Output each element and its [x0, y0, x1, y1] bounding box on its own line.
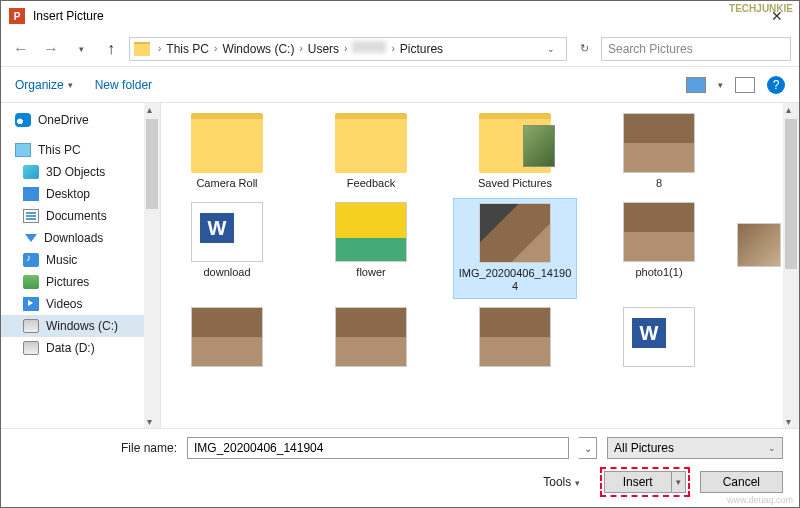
- item-label: flower: [356, 266, 385, 279]
- sidebar-item-videos[interactable]: Videos: [1, 293, 160, 315]
- folder-icon: [134, 42, 150, 56]
- sidebar-item-documents[interactable]: Documents: [1, 205, 160, 227]
- music-icon: [23, 253, 39, 267]
- nav-bar: ← → ▾ ↑ › This PC › Windows (C:) › Users…: [1, 31, 799, 67]
- drive-icon: [23, 319, 39, 333]
- filename-input[interactable]: [187, 437, 569, 459]
- dialog-footer: File name: ⌄ All Pictures⌄ Tools ▾ Inser…: [1, 428, 799, 507]
- sidebar-item-data-d[interactable]: Data (D:): [1, 337, 160, 359]
- address-bar[interactable]: › This PC › Windows (C:) › Users › › Pic…: [129, 37, 567, 61]
- tools-button[interactable]: Tools ▾: [543, 475, 579, 489]
- item-label: photo1(1): [635, 266, 682, 279]
- image-thumbnail: [335, 202, 407, 262]
- chevron-right-icon[interactable]: ›: [389, 43, 396, 54]
- image-item[interactable]: 8: [597, 109, 721, 194]
- folder-icon: [191, 113, 263, 173]
- image-item[interactable]: [165, 303, 289, 375]
- titlebar: P Insert Picture ✕: [1, 1, 799, 31]
- insert-dropdown[interactable]: ▾: [672, 471, 686, 493]
- chevron-down-icon: ⌄: [768, 443, 776, 453]
- folder-icon: [479, 113, 551, 173]
- item-label: Feedback: [347, 177, 395, 190]
- chevron-right-icon[interactable]: ›: [342, 43, 349, 54]
- chevron-right-icon[interactable]: ›: [212, 43, 219, 54]
- nav-up-button[interactable]: ↑: [99, 37, 123, 61]
- image-thumbnail: [623, 202, 695, 262]
- sidebar-item-thispc[interactable]: This PC: [1, 139, 160, 161]
- word-file-icon: [623, 307, 695, 367]
- nav-recent-dropdown[interactable]: ▾: [69, 37, 93, 61]
- sidebar-item-music[interactable]: Music: [1, 249, 160, 271]
- item-label: IMG_20200406_141904: [458, 267, 572, 293]
- onedrive-icon: [15, 113, 31, 127]
- sidebar-label: OneDrive: [38, 113, 89, 127]
- sidebar-label: Documents: [46, 209, 107, 223]
- address-dropdown[interactable]: ⌄: [540, 44, 562, 54]
- breadcrumb[interactable]: This PC: [163, 42, 212, 56]
- sidebar-label: Desktop: [46, 187, 90, 201]
- chevron-right-icon[interactable]: ›: [297, 43, 304, 54]
- image-item-selected[interactable]: IMG_20200406_141904: [453, 198, 577, 298]
- scroll-thumb[interactable]: [146, 119, 158, 209]
- sidebar-item-windows-c[interactable]: Windows (C:): [1, 315, 160, 337]
- view-mode-button[interactable]: [686, 77, 706, 93]
- organize-button[interactable]: Organize ▾: [15, 78, 73, 92]
- image-item[interactable]: photo1(1): [597, 198, 721, 298]
- sidebar-item-desktop[interactable]: Desktop: [1, 183, 160, 205]
- image-thumbnail: [479, 203, 551, 263]
- sidebar-item-pictures[interactable]: Pictures: [1, 271, 160, 293]
- new-folder-button[interactable]: New folder: [95, 78, 152, 92]
- toolbar: Organize ▾ New folder ▾ ?: [1, 67, 799, 103]
- chevron-right-icon[interactable]: ›: [156, 43, 163, 54]
- watermark-bottom: www.deuaq.com: [727, 495, 793, 505]
- image-item[interactable]: flower: [309, 198, 433, 298]
- nav-forward-button[interactable]: →: [39, 37, 63, 61]
- file-item[interactable]: [597, 303, 721, 375]
- scroll-up-icon[interactable]: ▴: [147, 104, 152, 115]
- sidebar-item-downloads[interactable]: Downloads: [1, 227, 160, 249]
- drive-icon: [23, 341, 39, 355]
- item-label: Camera Roll: [196, 177, 257, 190]
- refresh-button[interactable]: ↻: [573, 42, 595, 55]
- cancel-button[interactable]: Cancel: [700, 471, 783, 493]
- folder-item[interactable]: Feedback: [309, 109, 433, 194]
- insert-button-highlight: Insert ▾: [600, 467, 690, 497]
- image-thumbnail: [335, 307, 407, 367]
- scroll-thumb[interactable]: [785, 119, 797, 269]
- breadcrumb[interactable]: Windows (C:): [219, 42, 297, 56]
- file-item[interactable]: download: [165, 198, 289, 298]
- image-thumbnail: [479, 307, 551, 367]
- file-list: Camera Roll Feedback Saved Pictures 8 do…: [161, 103, 799, 428]
- insert-button[interactable]: Insert: [604, 471, 672, 493]
- filename-history-dropdown[interactable]: ⌄: [579, 437, 597, 459]
- sidebar-label: Videos: [46, 297, 82, 311]
- folder-item[interactable]: Camera Roll: [165, 109, 289, 194]
- scroll-down-icon[interactable]: ▾: [786, 416, 791, 427]
- view-dropdown[interactable]: ▾: [718, 80, 723, 90]
- sidebar-item-onedrive[interactable]: OneDrive: [1, 109, 160, 131]
- watermark-top: TECHJUNKIE: [729, 3, 793, 14]
- scroll-up-icon[interactable]: ▴: [786, 104, 791, 115]
- preview-pane-button[interactable]: [735, 77, 755, 93]
- sidebar-scrollbar[interactable]: ▴ ▾: [144, 103, 160, 428]
- help-icon[interactable]: ?: [767, 76, 785, 94]
- image-item[interactable]: [453, 303, 577, 375]
- breadcrumb[interactable]: Users: [305, 42, 342, 56]
- image-item-partial[interactable]: [737, 223, 781, 267]
- image-item[interactable]: [309, 303, 433, 375]
- filename-label: File name:: [17, 441, 177, 455]
- sidebar-label: Music: [46, 253, 77, 267]
- item-label: 8: [656, 177, 662, 190]
- search-input[interactable]: Search Pictures: [601, 37, 791, 61]
- scroll-down-icon[interactable]: ▾: [147, 416, 152, 427]
- breadcrumb[interactable]: Pictures: [397, 42, 446, 56]
- nav-back-button[interactable]: ←: [9, 37, 33, 61]
- sidebar-item-3dobjects[interactable]: 3D Objects: [1, 161, 160, 183]
- insert-picture-dialog: TECHJUNKIE www.deuaq.com P Insert Pictur…: [0, 0, 800, 508]
- window-title: Insert Picture: [33, 9, 763, 23]
- folder-item[interactable]: Saved Pictures: [453, 109, 577, 194]
- content-scrollbar[interactable]: ▴ ▾: [783, 103, 799, 428]
- file-filter-dropdown[interactable]: All Pictures⌄: [607, 437, 783, 459]
- sidebar-label: Data (D:): [46, 341, 95, 355]
- breadcrumb-blurred[interactable]: [349, 41, 389, 56]
